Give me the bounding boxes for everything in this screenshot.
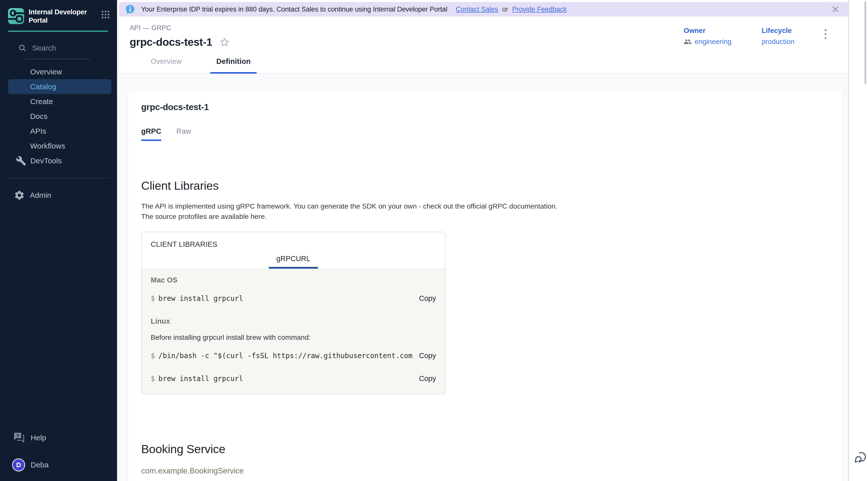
provide-feedback-link[interactable]: Provide Feedback: [512, 5, 567, 13]
scrollbar-thumb[interactable]: [865, 1, 866, 84]
command-row-linux-brew: $/bin/bash -c "$(curl -fsSL https://raw.…: [151, 352, 436, 360]
shell-prompt: $: [151, 352, 155, 360]
command-text: $brew install grpcurl: [151, 374, 413, 383]
sidebar-item-devtools[interactable]: DevTools: [0, 153, 117, 168]
tab-definition[interactable]: Definition: [210, 57, 257, 73]
client-libraries-box-title: CLIENT LIBRARIES: [142, 232, 445, 248]
client-libraries-heading: Client Libraries: [141, 179, 830, 192]
help-chat-icon: ?: [13, 432, 25, 444]
sidebar-logo-row: Internal Developer Portal: [0, 0, 117, 25]
lifecycle-label: Lifecycle: [762, 27, 795, 35]
support-chat-icon[interactable]: [854, 450, 868, 465]
entity-tabs: Overview Definition: [117, 57, 848, 73]
description-line-1: The API is implemented using gRPC framew…: [141, 201, 830, 211]
apps-grid-icon[interactable]: [100, 9, 111, 20]
banner-close-icon[interactable]: ✕: [831, 4, 840, 14]
card-title: grpc-docs-test-1: [141, 102, 830, 112]
sidebar-item-overview[interactable]: Overview: [0, 64, 117, 79]
content-area: grpc-docs-test-1 gRPC Raw Client Librari…: [117, 73, 848, 481]
avatar: D: [12, 458, 25, 472]
contact-sales-link[interactable]: Contact Sales: [456, 5, 498, 13]
breadcrumb[interactable]: API — GRPC: [130, 24, 230, 32]
sidebar-divider: [8, 178, 109, 178]
sidebar-item-label: DevTools: [30, 156, 62, 165]
app-logo-icon: [8, 8, 24, 24]
macos-label: Mac OS: [151, 276, 436, 284]
search-underline: [24, 59, 90, 59]
group-icon: [684, 38, 692, 46]
command-row-mac: $brew install grpcurl Copy: [151, 294, 436, 303]
sidebar-item-catalog[interactable]: Catalog: [8, 79, 112, 94]
sidebar: Internal Developer Portal Search Overvie…: [0, 0, 117, 481]
svg-text:?: ?: [16, 433, 19, 439]
lifecycle-block: Lifecycle production: [762, 27, 795, 46]
search-placeholder: Search: [32, 44, 56, 52]
banner-message: Your Enterprise IDP trial expires in 880…: [141, 5, 447, 13]
shell-prompt: $: [151, 374, 155, 383]
copy-button[interactable]: Copy: [419, 294, 436, 303]
gear-icon: [14, 190, 25, 201]
banner-or-text: or: [502, 5, 508, 13]
favorite-star-icon[interactable]: [219, 37, 230, 48]
tab-grpcurl[interactable]: gRPCURL: [269, 254, 318, 269]
sidebar-item-docs[interactable]: Docs: [0, 109, 117, 124]
search-icon: [18, 44, 27, 52]
linux-intro: Before installing grpcurl install brew w…: [151, 333, 436, 341]
tab-raw[interactable]: Raw: [176, 127, 191, 141]
command-text: $/bin/bash -c "$(curl -fsSL https://raw.…: [151, 352, 413, 360]
main-area: Your Enterprise IDP trial expires in 880…: [117, 0, 848, 481]
sidebar-item-help[interactable]: ? Help: [0, 432, 117, 444]
lifecycle-value: production: [762, 38, 795, 46]
sidebar-item-apis[interactable]: APIs: [0, 124, 117, 139]
wrench-icon: [16, 156, 26, 166]
command-text: $brew install grpcurl: [151, 294, 413, 303]
user-menu[interactable]: D Deba: [0, 458, 117, 472]
sidebar-item-label: Help: [31, 433, 46, 442]
sidebar-item-label: Admin: [30, 191, 51, 200]
client-libraries-description: The API is implemented using gRPC framew…: [141, 201, 830, 222]
info-icon: [125, 4, 135, 14]
entity-header: API — GRPC grpc-docs-test-1 Owner engine…: [117, 17, 848, 48]
owner-link[interactable]: engineering: [695, 38, 732, 46]
sidebar-item-workflows[interactable]: Workflows: [0, 139, 117, 153]
booking-service-heading: Booking Service: [141, 442, 830, 456]
client-libraries-box: CLIENT LIBRARIES gRPCURL Mac OS $brew in…: [141, 232, 445, 394]
sidebar-item-create[interactable]: Create: [0, 94, 117, 109]
definition-card: grpc-docs-test-1 gRPC Raw Client Librari…: [128, 90, 843, 481]
service-package-name: com.example.BookingService: [141, 467, 830, 476]
install-instructions-panel: Mac OS $brew install grpcurl Copy Linux …: [142, 269, 445, 394]
search-input[interactable]: Search: [18, 44, 117, 52]
sidebar-accent-divider: [8, 31, 108, 32]
owner-label: Owner: [684, 27, 732, 35]
command-row-linux-grpcurl: $brew install grpcurl Copy: [151, 374, 436, 383]
app-title: Internal Developer Portal: [29, 8, 100, 25]
scrollbar-gutter: [848, 0, 868, 481]
page-title: grpc-docs-test-1: [130, 36, 212, 48]
tab-grpc[interactable]: gRPC: [141, 127, 161, 141]
trial-banner: Your Enterprise IDP trial expires in 880…: [119, 2, 848, 17]
sidebar-item-admin[interactable]: Admin: [0, 188, 117, 203]
description-line-2: The source protofiles are available here…: [141, 211, 830, 222]
tab-overview[interactable]: Overview: [145, 57, 188, 73]
shell-prompt: $: [151, 294, 155, 303]
linux-label: Linux: [151, 317, 436, 325]
owner-value[interactable]: engineering: [684, 38, 732, 46]
copy-button[interactable]: Copy: [419, 374, 436, 383]
owner-block: Owner engineering: [684, 27, 732, 46]
user-name: Deba: [31, 461, 49, 469]
sidebar-nav: Overview Catalog Create Docs APIs Workfl…: [0, 64, 117, 168]
definition-format-tabs: gRPC Raw: [141, 127, 830, 141]
copy-button[interactable]: Copy: [419, 352, 436, 360]
more-options-icon[interactable]: [825, 29, 827, 39]
